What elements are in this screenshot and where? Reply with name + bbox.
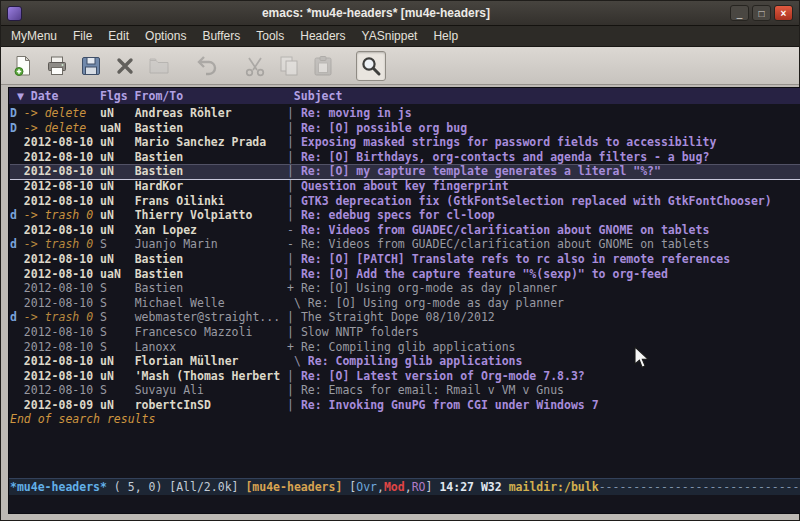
spacer xyxy=(280,223,287,237)
message-flags: S xyxy=(100,296,128,310)
spacer xyxy=(93,325,100,339)
message-flags: uN xyxy=(100,179,128,193)
thread-char: - xyxy=(287,223,294,237)
menu-item-file[interactable]: File xyxy=(65,27,100,45)
message-flags: uN xyxy=(100,223,128,237)
message-row[interactable]: 2012-08-10 uN Bastien | Re: [O] [PATCH] … xyxy=(10,252,800,267)
close-button[interactable]: × xyxy=(774,5,793,21)
modeline-plain: [ xyxy=(342,480,356,494)
headers-column-header[interactable]: ▼ Date Flgs From/To Subject xyxy=(9,88,800,104)
message-row[interactable]: 2012-08-10 uN Xan Lopez - Re: Videos fro… xyxy=(10,223,800,238)
message-from: Florian Müllner xyxy=(135,354,280,368)
message-date: 2012-08-10 xyxy=(10,252,93,266)
message-subject: The Straight Dope 08/10/2012 xyxy=(301,310,495,324)
mark-action: -> trash 0 xyxy=(17,237,93,251)
thread-char: | xyxy=(287,135,294,149)
message-row[interactable]: 2012-08-09 uN robertcInSD | Re: Invoking… xyxy=(10,398,800,413)
message-flags: S xyxy=(100,281,128,295)
toolbar-new-file-button[interactable] xyxy=(8,51,38,81)
minimize-button[interactable]: _ xyxy=(730,5,749,21)
message-row[interactable]: 2012-08-10 S Bastien + Re: [O] Using org… xyxy=(10,281,800,296)
message-subject: Re: Compiling glib applications xyxy=(301,340,516,354)
message-row[interactable]: D -> delete uN Andreas Röhler | Re: movi… xyxy=(10,106,800,121)
spacer xyxy=(128,325,135,339)
headers-buffer: D -> delete uN Andreas Röhler | Re: movi… xyxy=(9,104,800,478)
spacer xyxy=(128,179,135,193)
modeline-dashes: ---------------------------------------- xyxy=(599,480,800,494)
message-flags: uN xyxy=(100,106,128,120)
menu-item-yasnippet[interactable]: YASnippet xyxy=(354,27,426,45)
menu-item-mymenu[interactable]: MyMenu xyxy=(3,27,65,45)
spacer xyxy=(280,267,287,281)
emacs-frame: ▼ Date Flgs From/To Subject D -> delete … xyxy=(8,87,800,514)
window-controls: _ □ × xyxy=(730,5,793,21)
message-date: 2012-08-10 xyxy=(10,267,93,281)
spacer xyxy=(128,237,135,251)
modeline-plain: ] xyxy=(426,480,440,494)
message-row[interactable]: 2012-08-10 S Francesco Mazzoli | Slow NN… xyxy=(10,325,800,340)
menu-item-options[interactable]: Options xyxy=(137,27,194,45)
thread-char: | xyxy=(287,208,294,222)
new-file-icon xyxy=(11,54,35,78)
spacer xyxy=(93,383,100,397)
spacer xyxy=(93,121,100,135)
mode-line[interactable]: *mu4e-headers* ( 5, 0) [All/2.0k] [mu4e-… xyxy=(9,478,800,495)
maximize-button[interactable]: □ xyxy=(752,5,771,21)
message-from: Thierry Volpiatto xyxy=(135,208,280,222)
menu-item-buffers[interactable]: Buffers xyxy=(194,27,248,45)
message-flags: S xyxy=(100,237,128,251)
message-subject: Re: [O] Latest version of Org-mode 7.8.3… xyxy=(301,369,585,383)
spacer xyxy=(128,208,135,222)
message-flags: uN xyxy=(100,208,128,222)
spacer xyxy=(128,150,135,164)
message-from: Bastien xyxy=(135,164,280,178)
mark-action: -> trash 0 xyxy=(17,208,93,222)
message-subject: Re: [O] Add the capture feature "%(sexp)… xyxy=(301,267,668,281)
message-row[interactable]: 2012-08-10 uN Florian Müllner \ Re: Comp… xyxy=(10,354,800,369)
message-subject: Re: Videos from GUADEC/clarification abo… xyxy=(301,223,710,237)
message-row[interactable]: 2012-08-10 uN Mario Sanchez Prada | Expo… xyxy=(10,135,800,150)
toolbar-close-buffer-button[interactable] xyxy=(110,51,140,81)
message-from: robertcInSD xyxy=(135,398,280,412)
spacer xyxy=(93,252,100,266)
emacs-app-icon[interactable] xyxy=(7,6,22,21)
message-row[interactable]: D -> delete uaN Bastien | Re: [O] possib… xyxy=(10,121,800,136)
menu-item-edit[interactable]: Edit xyxy=(100,27,137,45)
message-date: 2012-08-09 xyxy=(10,398,93,412)
message-row[interactable]: 2012-08-10 S Lanoxx + Re: Compiling glib… xyxy=(10,340,800,355)
toolbar-save-button[interactable] xyxy=(76,51,106,81)
message-subject: Re: [O] [PATCH] Translate refs to rc als… xyxy=(301,252,730,266)
message-row[interactable]: d -> trash 0 uN Thierry Volpiatto | Re: … xyxy=(10,208,800,223)
spacer xyxy=(294,164,301,178)
toolbar-paste-button xyxy=(308,51,338,81)
spacer xyxy=(93,237,100,251)
toolbar-print-button[interactable] xyxy=(42,51,72,81)
thread-char: | xyxy=(287,369,294,383)
spacer xyxy=(128,164,135,178)
message-flags: S xyxy=(100,310,128,324)
thread-char: - xyxy=(287,237,294,251)
message-flags: uN xyxy=(100,252,128,266)
message-row[interactable]: d -> trash 0 S Juanjo Marin - Re: Videos… xyxy=(10,237,800,252)
spacer xyxy=(294,267,301,281)
message-row[interactable]: d -> trash 0 S webmaster@straight... | T… xyxy=(10,310,800,325)
message-row[interactable]: 2012-08-10 uN Frans Oilinki | GTK3 depre… xyxy=(10,194,800,209)
toolbar-search-button[interactable] xyxy=(356,51,386,81)
thread-char: | xyxy=(287,310,294,324)
menu-item-help[interactable]: Help xyxy=(425,27,466,45)
menu-item-headers[interactable]: Headers xyxy=(292,27,353,45)
message-subject: Exposing masked strings for password fie… xyxy=(301,135,716,149)
message-row[interactable]: 2012-08-10 S Suvayu Ali | Re: Emacs for … xyxy=(10,383,800,398)
cut-icon xyxy=(243,54,267,78)
message-row[interactable]: 2012-08-10 uN 'Mash (Thomas Herbert | Re… xyxy=(10,369,800,384)
titlebar[interactable]: emacs: *mu4e-headers* [mu4e-headers] _ □… xyxy=(1,1,799,26)
spacer xyxy=(128,296,135,310)
message-row[interactable]: 2012-08-10 uN Bastien | Re: [O] my captu… xyxy=(10,164,800,179)
message-row[interactable]: 2012-08-10 uN Bastien | Re: [O] Birthday… xyxy=(10,150,800,165)
message-row[interactable]: 2012-08-10 uaN Bastien | Re: [O] Add the… xyxy=(10,267,800,282)
message-row[interactable]: 2012-08-10 uN HardKor | Question about k… xyxy=(10,179,800,194)
thread-char: | xyxy=(287,121,294,135)
copy-icon xyxy=(277,54,301,78)
message-row[interactable]: 2012-08-10 S Michael Welle \ Re: [O] Usi… xyxy=(10,296,800,311)
menu-item-tools[interactable]: Tools xyxy=(248,27,292,45)
